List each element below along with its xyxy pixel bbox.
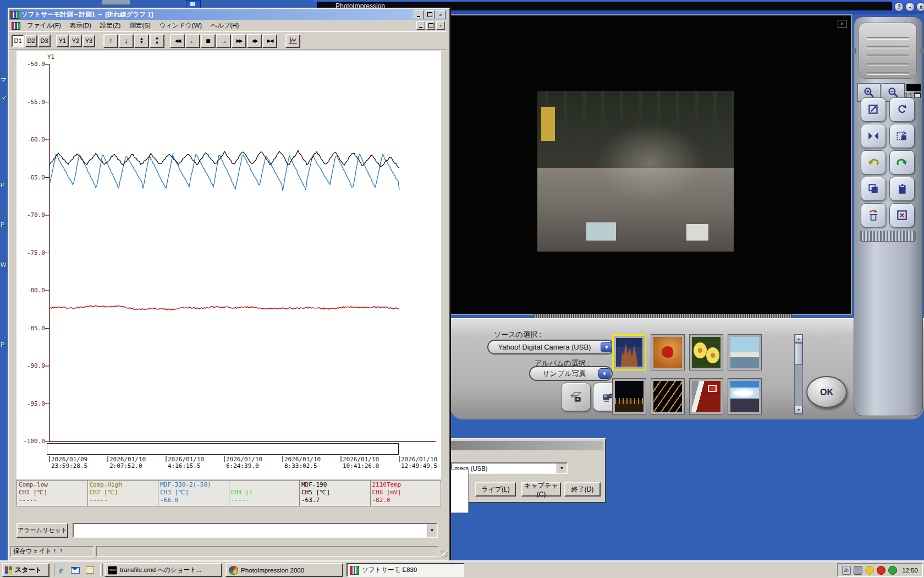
x-axis-tick-label: 2026/01/0923:59:28.5 — [51, 456, 87, 469]
internet-explorer-icon[interactable]: e — [55, 564, 67, 576]
step-forward-button[interactable]: → — [216, 34, 231, 48]
graph-settings-button[interactable] — [285, 34, 300, 48]
mdi-restore-button[interactable] — [426, 21, 435, 30]
fit-window-icon[interactable] — [914, 92, 921, 98]
exit-button[interactable]: 終了(D) — [564, 482, 601, 497]
compress-vertical-button[interactable]: ▼▲ — [150, 34, 164, 48]
rotate-button[interactable] — [889, 97, 915, 122]
thumbnail-clouds-over-mountain[interactable] — [728, 378, 762, 415]
chevron-down-icon[interactable]: ▼ — [601, 342, 613, 352]
data-button-D1[interactable]: D1 — [12, 35, 24, 47]
data-button-D3[interactable]: D3 — [38, 35, 51, 47]
display-icon[interactable] — [854, 566, 862, 575]
thumbnail-ship-bow-flag[interactable] — [689, 378, 723, 415]
y-axis-tick-label: -75.0 — [19, 249, 45, 257]
data-button-D2[interactable]: D2 — [25, 35, 37, 47]
channel-value: ----- — [90, 497, 157, 504]
minimize-button[interactable]: - — [905, 2, 915, 12]
frame-close-button[interactable] — [889, 203, 915, 227]
scrollbar-thumb[interactable] — [795, 343, 802, 365]
minimize-button[interactable] — [414, 10, 424, 19]
thumbnail-yellow-flowers[interactable] — [689, 334, 723, 370]
scroll-down-button[interactable]: ↓ — [119, 34, 134, 48]
task-button-2[interactable]: PhotoImpression 2000 — [226, 563, 343, 577]
alert-icon[interactable] — [877, 566, 886, 575]
chevron-down-icon[interactable]: ▼ — [598, 368, 610, 379]
undo-button[interactable] — [861, 150, 886, 175]
show-desktop-icon[interactable] — [84, 564, 96, 576]
task-button-3[interactable]: ソフトサーモ E830 — [346, 563, 464, 577]
expand-horizontal-button[interactable]: ◀▶ — [247, 34, 262, 48]
thumbnail-red-rock-spires[interactable] — [612, 334, 646, 370]
source-select-combo[interactable]: Yahoo! Digital Camera (USB) ▼ — [487, 340, 615, 355]
help-button[interactable]: ? — [894, 2, 904, 12]
fast-backward-button[interactable]: ◀◀ — [170, 34, 185, 48]
scroll-down-icon[interactable]: ▼ — [795, 406, 802, 414]
menu-W[interactable]: ウィンドウ(W) — [155, 21, 206, 30]
redo-button[interactable] — [889, 150, 915, 175]
paste-button[interactable] — [889, 177, 915, 201]
outlook-icon[interactable] — [69, 564, 81, 576]
mdi-child-icon[interactable] — [12, 22, 20, 30]
stop-button[interactable]: ■ — [201, 34, 216, 48]
menu-H[interactable]: ヘルプ(H) — [206, 21, 243, 30]
desktop: ママPPWP PhotoImpression ?-x × ソースの選択 : Ya… — [0, 0, 924, 578]
chevron-down-icon[interactable]: ▼ — [557, 464, 566, 473]
axis-button-Y3[interactable]: Y3 — [82, 35, 95, 47]
live-button[interactable]: ライブ(L) — [475, 482, 516, 497]
ok-button[interactable]: OK — [806, 376, 847, 408]
y-axis-tick-label: -55.0 — [19, 99, 45, 106]
mirror-button[interactable] — [861, 124, 886, 148]
menu-S[interactable]: 測定(S) — [125, 21, 155, 30]
channel-value: -82.0 — [372, 497, 439, 504]
menu-Z[interactable]: 設定(Z) — [96, 21, 125, 30]
delete-button[interactable] — [861, 203, 886, 227]
close-button[interactable]: × — [436, 10, 446, 19]
x-axis-tick-label: 2026/01/104:16:15.5 — [168, 456, 204, 469]
paste-icon — [896, 183, 908, 195]
alarm-reset-button[interactable]: アラームリセット — [16, 523, 68, 538]
mdi-minimize-button[interactable] — [416, 21, 425, 30]
fast-forward-button[interactable]: ▶▶ — [232, 34, 246, 48]
ime-icon[interactable]: あ — [842, 566, 851, 575]
title-bar[interactable]: ソフトサーモ計測－計測1 － [折れ線グラフ 1] × — [9, 9, 447, 20]
axis-button-Y1[interactable]: Y1 — [56, 35, 69, 47]
start-button[interactable]: スタート — [2, 563, 50, 577]
scroll-up-button[interactable]: ↑ — [103, 34, 118, 48]
restore-button[interactable] — [425, 10, 435, 19]
y-axis-tick-label: -60.0 — [19, 136, 45, 143]
task-button-1[interactable]: cmdtransfile.cmd へのショート... — [105, 563, 222, 577]
album-select-combo[interactable]: サンプル写真 ▼ — [529, 366, 613, 381]
thumbnail-cardinal-bird[interactable] — [651, 334, 685, 370]
compress-horizontal-button[interactable]: ▶◀ — [262, 34, 277, 48]
resize-icon — [867, 103, 879, 116]
step-backward-button[interactable]: ← — [185, 34, 200, 48]
mdi-close-button[interactable]: × — [436, 21, 445, 30]
tick-date: 2026/01/09 — [51, 456, 87, 463]
thumbnail-scrollbar[interactable]: ▲ ▼ — [794, 334, 803, 415]
acquire-scanner-button[interactable] — [561, 383, 591, 411]
volume-icon[interactable] — [865, 566, 874, 575]
preview-close-icon[interactable]: × — [838, 20, 846, 28]
copy-button[interactable] — [861, 177, 886, 201]
chevron-down-icon[interactable]: ▼ — [427, 524, 437, 537]
thumbnail-night-skyline[interactable] — [612, 378, 646, 415]
resize-button[interactable] — [861, 97, 886, 122]
tool-sidebar: 1:1 — [854, 17, 923, 416]
crop-rotate-button[interactable] — [889, 124, 915, 148]
photoimpression-window: × ソースの選択 : Yahoo! Digital Camera (USB) ▼… — [450, 14, 924, 419]
axis-button-Y2[interactable]: Y2 — [69, 35, 82, 47]
menu-D[interactable]: 表示(D) — [65, 21, 96, 30]
status-icon[interactable] — [888, 566, 897, 575]
alarm-message-combo[interactable]: ▼ — [73, 523, 438, 538]
resize-grip[interactable] — [441, 550, 448, 558]
expand-vertical-button[interactable]: ▲▼ — [134, 34, 149, 48]
close-button[interactable]: x — [916, 2, 924, 12]
scroll-up-icon[interactable]: ▲ — [795, 335, 802, 343]
capture-button[interactable]: キャプチャ(C) — [521, 482, 561, 497]
task-label: ソフトサーモ E830 — [362, 566, 417, 574]
thumbnail-gold-light-streaks[interactable] — [651, 378, 685, 415]
y-axis-tick-label: -70.0 — [19, 211, 45, 219]
menu-F[interactable]: ファイル(F) — [23, 21, 65, 30]
thumbnail-harbor-town[interactable] — [728, 334, 762, 370]
